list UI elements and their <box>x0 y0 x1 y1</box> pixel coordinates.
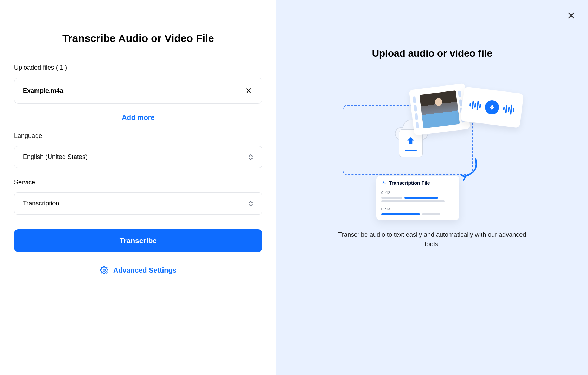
remove-file-button[interactable] <box>244 86 254 96</box>
add-more-button[interactable]: Add more <box>14 114 262 122</box>
timestamp-2: 01:13 <box>381 207 390 211</box>
gear-icon <box>100 266 108 274</box>
uploaded-file-card: Example.m4a <box>14 78 262 104</box>
right-title: Upload audio or video file <box>372 48 492 59</box>
video-thumbnail-card <box>409 83 471 136</box>
close-icon <box>567 11 575 20</box>
service-label: Service <box>14 179 262 186</box>
advanced-settings-label: Advanced Settings <box>113 266 177 274</box>
mic-icon <box>484 100 500 115</box>
timestamp-1: 01:12 <box>381 191 390 195</box>
service-value: Transcription <box>23 200 59 207</box>
updown-icon <box>248 154 254 161</box>
caption-text: Transcribe audio to text easily and auto… <box>337 230 527 249</box>
left-pane: Transcribe Audio or Video File Uploaded … <box>0 0 276 375</box>
right-pane: Upload audio or video file <box>276 0 588 375</box>
sparkle-icon <box>381 180 386 185</box>
audio-waveform-card <box>460 87 524 128</box>
language-label: Language <box>14 132 262 140</box>
updown-icon <box>248 200 254 207</box>
trans-file-label: Transcription File <box>389 180 430 186</box>
transcribe-button[interactable]: Transcribe <box>14 229 262 252</box>
close-button[interactable] <box>564 8 578 23</box>
service-select[interactable]: Transcription <box>14 192 262 215</box>
uploaded-files-label: Uploaded files ( 1 ) <box>14 64 262 71</box>
advanced-settings-button[interactable]: Advanced Settings <box>14 266 262 274</box>
language-select[interactable]: English (United States) <box>14 146 262 168</box>
language-value: English (United States) <box>23 153 88 161</box>
illustration: Transcription File 01:12 01:13 <box>343 80 522 217</box>
svg-point-0 <box>103 269 105 271</box>
page-title: Transcribe Audio or Video File <box>14 32 262 44</box>
uploaded-file-name: Example.m4a <box>23 87 63 95</box>
close-icon <box>245 87 252 94</box>
transcription-file-card: Transcription File 01:12 01:13 <box>376 176 459 220</box>
